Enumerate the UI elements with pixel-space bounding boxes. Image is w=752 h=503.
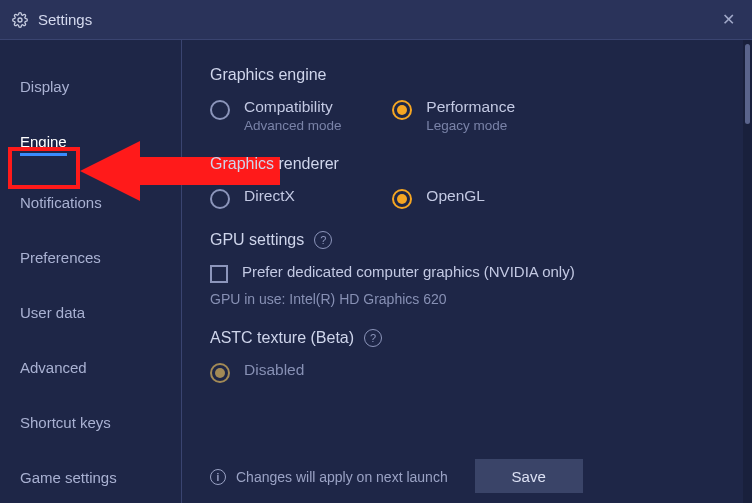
sidebar-item-shortcut-keys[interactable]: Shortcut keys	[0, 404, 181, 441]
save-button[interactable]: Save	[475, 459, 583, 493]
help-icon[interactable]: ?	[364, 329, 382, 347]
radio-option-performance[interactable]: Performance Legacy mode	[392, 98, 574, 133]
radio-option-opengl[interactable]: OpenGL	[392, 187, 574, 209]
close-icon[interactable]: ✕	[716, 8, 740, 32]
titlebar: Settings ✕	[0, 0, 752, 40]
gear-icon	[12, 12, 28, 28]
sidebar: Display Engine Notifications Preferences…	[0, 40, 182, 503]
section-title-gpu-settings: GPU settings ?	[210, 231, 575, 249]
main-panel: Graphics engine Compatibility Advanced m…	[182, 40, 603, 383]
section-title-astc-texture: ASTC texture (Beta) ?	[210, 329, 575, 347]
sidebar-item-advanced[interactable]: Advanced	[0, 349, 181, 386]
sidebar-item-notifications[interactable]: Notifications	[0, 184, 181, 221]
radio-icon	[392, 189, 412, 209]
scrollbar-thumb[interactable]	[745, 44, 750, 124]
window-title: Settings	[38, 11, 92, 28]
sidebar-item-preferences[interactable]: Preferences	[0, 239, 181, 276]
radio-option-directx[interactable]: DirectX	[210, 187, 392, 209]
radio-icon	[210, 363, 230, 383]
sidebar-item-engine[interactable]: Engine	[0, 123, 181, 166]
help-icon[interactable]: ?	[314, 231, 332, 249]
radio-icon	[210, 100, 230, 120]
checkbox-icon	[210, 265, 228, 283]
sidebar-item-display[interactable]: Display	[0, 68, 181, 105]
section-title-graphics-renderer: Graphics renderer	[210, 155, 575, 173]
notice-changes-apply: i Changes will apply on next launch	[210, 469, 448, 485]
gpu-in-use-text: GPU in use: Intel(R) HD Graphics 620	[210, 291, 575, 307]
radio-option-compatibility[interactable]: Compatibility Advanced mode	[210, 98, 392, 133]
sidebar-item-user-data[interactable]: User data	[0, 294, 181, 331]
info-icon: i	[210, 469, 226, 485]
radio-option-astc-disabled[interactable]: Disabled	[210, 361, 575, 383]
checkbox-prefer-dedicated-gpu[interactable]: Prefer dedicated computer graphics (NVID…	[210, 263, 575, 283]
radio-icon	[392, 100, 412, 120]
radio-icon	[210, 189, 230, 209]
svg-point-0	[18, 18, 22, 22]
section-title-graphics-engine: Graphics engine	[210, 66, 575, 84]
sidebar-item-game-settings[interactable]: Game settings	[0, 459, 181, 496]
